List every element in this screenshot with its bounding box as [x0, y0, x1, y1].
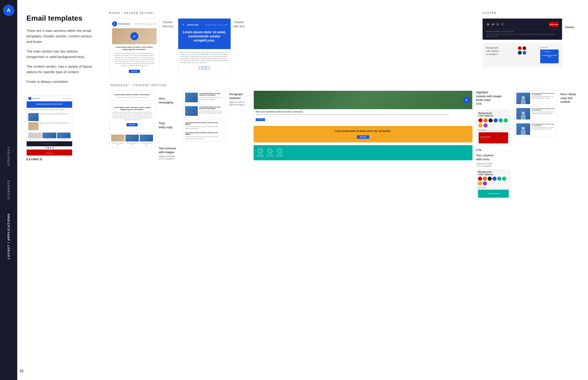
highlight-img: A	[254, 91, 472, 109]
hero-messaging-text: adipiscing, in-cididunt ut labore et dol…	[112, 96, 152, 98]
example-phone-preview: A AmeriCorps TYPE OF EMAIL Lorem ipsum d…	[26, 95, 72, 156]
example-label: EXAMPLE	[26, 157, 95, 161]
swatch-yellow	[479, 123, 483, 128]
highlight-bg-options: Backgroundcolor options:	[476, 110, 511, 146]
color-options-label: Backgroundcolor optionsfor headers:	[486, 46, 507, 56]
swatch-red-1	[479, 118, 483, 122]
hero-body-label: Hero / Bodycopy textmodule	[560, 93, 579, 104]
highlight-bg-label: Backgroundcolor options:	[479, 112, 508, 117]
cta-button[interactable]: BUTTON	[357, 135, 369, 139]
swatch-orange	[483, 118, 488, 122]
para-module-card-1: Lorem ipsum dolor sit amet, conse elt, s…	[183, 91, 226, 118]
page-title: Email templates	[26, 14, 95, 22]
mains-header-section: MAINS - HEADER SECION A AmeriCorps	[109, 11, 475, 77]
swatch-teal	[499, 118, 503, 122]
hero-messaging-card: Lorem ipsum dolor sit amet, consectetur …	[109, 91, 155, 101]
swatch-blue-1	[494, 118, 498, 122]
text-cols-images-card: Lorem ipsum dolor sit amet Lorem ipsum d…	[109, 133, 155, 148]
swatch-purple	[483, 123, 488, 128]
text-cols-images-sublabel: Options to have2 or 3 columns	[159, 155, 176, 160]
swatch-red	[518, 46, 522, 50]
card1-label: Header with text	[162, 18, 173, 28]
footer-section-title: FOOTER	[482, 11, 579, 15]
logo[interactable]: A	[3, 5, 15, 16]
template-cards-row: A AmeriCorps TYPE OF EMAIL / Aug 14, 202…	[109, 18, 475, 77]
email-hero-title: Lorem ipsum dolor sit amet, conse ectetu…	[114, 46, 155, 51]
text-cols-icons-label: Text columnswith icons	[476, 154, 511, 161]
paragraph-modules-label: Paragraphmodules	[229, 93, 250, 100]
highlight-text: Tellus at una condimentum mattis item fa…	[256, 114, 470, 115]
right-content: MAINS - HEADER SECION A AmeriCorps	[105, 0, 588, 380]
sidebar-item-layout[interactable]: LAYOUT / APPLICATIONS	[5, 206, 13, 266]
color-swatches	[518, 46, 526, 55]
description-panel: Email templates There are 3 main section…	[17, 0, 105, 380]
main-content: Email templates There are 3 main section…	[17, 0, 588, 380]
mains-header-title: MAINS - HEADER SECION	[109, 11, 475, 15]
description-para-2: The main section has two options (image+…	[26, 49, 95, 60]
text-cols-images-label: Text columnswith images	[159, 147, 176, 154]
card2-label: Header with text	[233, 18, 245, 28]
modules-section: "MODULES" - CONTENT SECTION Lorem ipsum …	[109, 84, 579, 200]
bg-example-box: Lorem ipsum dolor sit amet consectetur	[479, 132, 508, 144]
para-module-card-2: Lorem ipsum dolor sit amet, conse elt, s…	[183, 120, 226, 142]
title-body-card: Lorem ipsum dolor sit amet, conse ectetu…	[109, 104, 155, 130]
email-card-solid-bg: A AmeriCorps TYPE OF EMAIL / Aug 14, 202…	[178, 18, 231, 72]
page-number: 32	[20, 369, 24, 373]
sidebar-item-strategy[interactable]: STRATEGY	[5, 139, 13, 173]
email2-button[interactable]: BUTTON	[199, 66, 210, 70]
email-card-image-text: A AmeriCorps TYPE OF EMAIL / Aug 14, 202…	[109, 18, 160, 77]
title-body-text: Selu at una condimentum mattis, lorem fa…	[112, 111, 152, 121]
swatch-dark-navy	[488, 118, 493, 122]
nav-items: STRATEGY ELEMENTS LAYOUT / APPLICATIONS	[5, 25, 13, 380]
sidebar-item-elements[interactable]: ELEMENTS	[5, 173, 13, 206]
hero-messaging-title: Lorem ipsum dolor sit amet, consectetur	[112, 94, 152, 96]
email-body-text: Selu at una condimentum mattis, lorem fa…	[114, 52, 155, 67]
title-body-label: Title/body copy	[159, 122, 172, 129]
footer-section: FOOTER ▶ ◉ 🐦 f	[482, 11, 579, 67]
swatch-blue	[523, 51, 526, 55]
footer-manage-text: Manage preferences / AmeriCorps.gov	[486, 31, 558, 32]
paragraph-modules-sublabel: Options with orwithout images.	[229, 101, 250, 106]
swatch-dark-red	[523, 46, 526, 50]
hero-body-people-card: Lorem ipsum dolor sit amet, conse elt, s…	[514, 91, 557, 137]
description-para-4: Footer is always consistent.	[26, 79, 95, 84]
hero-messaging-label: Heromessaging	[159, 97, 173, 105]
title-body-title: Lorem ipsum dolor sit amet, conse ectetu…	[112, 106, 152, 111]
left-navigation: A STRATEGY ELEMENTS LAYOUT / APPLICATION…	[0, 0, 17, 380]
modules-section-title: "MODULES" - CONTENT SECTION	[109, 84, 579, 87]
footer-label: Footer	[565, 25, 579, 29]
swatch-dark-blue	[518, 51, 522, 55]
description-para-3: The content section, has a variety of la…	[26, 64, 95, 75]
highlight-module-label: Highlightmodule with image/body copy/CTA	[476, 91, 511, 106]
description-para-1: There are 3 main sections within the ema…	[26, 28, 95, 44]
highlight-btn[interactable]: BUTTON	[256, 118, 265, 121]
color-options-area: Backgroundcolor optionsfor headers:	[482, 43, 562, 67]
highlight-module-card: A Tellus at una condimentum mattis item …	[253, 91, 472, 123]
email-button[interactable]: BUTTON	[129, 70, 140, 73]
teal-icons-module: ◯ Lorem ipsumdolor sit amet ◯ Lorem ipsu…	[253, 145, 472, 160]
title-body-button[interactable]: BUTTON	[126, 123, 138, 126]
email2-title: Lorem ipsum dolor sit amet, consesuends …	[181, 30, 228, 43]
cta-module: Lorem ipsum dolor sit amet, conse elit, …	[253, 126, 472, 142]
top-section: MAINS - HEADER SECION A AmeriCorps	[109, 11, 579, 77]
text-cols-icons-sublabel: Options to have2 or 3 columns	[476, 162, 511, 167]
content-body: Email templates There are 3 main section…	[17, 0, 588, 380]
cta-title: Lorem ipsum dolor sit amet, conse elit, …	[257, 130, 469, 133]
footer-preview-card: ▶ ◉ 🐦 f AmeriCorps	[482, 18, 562, 40]
swatch-green	[504, 118, 508, 122]
cta-label: CTA	[476, 149, 511, 152]
example-label-bg: Example	[479, 129, 508, 131]
